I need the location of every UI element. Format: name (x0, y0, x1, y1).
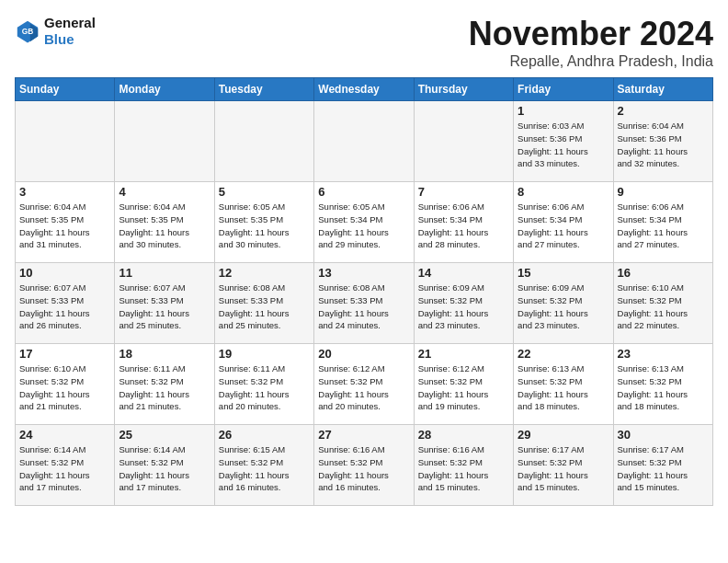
day-info: Sunrise: 6:05 AM Sunset: 5:35 PM Dayligh… (219, 201, 310, 251)
calendar-cell: 23Sunrise: 6:13 AM Sunset: 5:32 PM Dayli… (613, 344, 712, 425)
calendar-header-row: SundayMondayTuesdayWednesdayThursdayFrid… (16, 78, 713, 101)
calendar-cell: 5Sunrise: 6:05 AM Sunset: 5:35 PM Daylig… (214, 182, 313, 263)
day-info: Sunrise: 6:09 AM Sunset: 5:32 PM Dayligh… (518, 282, 609, 332)
calendar-cell: 22Sunrise: 6:13 AM Sunset: 5:32 PM Dayli… (514, 344, 613, 425)
calendar-cell: 25Sunrise: 6:14 AM Sunset: 5:32 PM Dayli… (115, 425, 214, 506)
calendar-cell (16, 101, 115, 182)
calendar-cell (214, 101, 313, 182)
calendar-cell: 10Sunrise: 6:07 AM Sunset: 5:33 PM Dayli… (16, 263, 115, 344)
day-number: 2 (618, 104, 709, 118)
month-title: November 2024 (469, 15, 713, 53)
day-info: Sunrise: 6:04 AM Sunset: 5:36 PM Dayligh… (618, 120, 709, 170)
calendar-cell: 19Sunrise: 6:11 AM Sunset: 5:32 PM Dayli… (214, 344, 313, 425)
day-number: 14 (418, 266, 509, 280)
calendar-week-row: 24Sunrise: 6:14 AM Sunset: 5:32 PM Dayli… (16, 425, 713, 506)
day-number: 15 (518, 266, 609, 280)
day-number: 18 (119, 347, 210, 361)
day-info: Sunrise: 6:08 AM Sunset: 5:33 PM Dayligh… (219, 282, 310, 332)
calendar-cell: 8Sunrise: 6:06 AM Sunset: 5:34 PM Daylig… (514, 182, 613, 263)
day-info: Sunrise: 6:07 AM Sunset: 5:33 PM Dayligh… (119, 282, 210, 332)
day-number: 21 (418, 347, 509, 361)
day-info: Sunrise: 6:06 AM Sunset: 5:34 PM Dayligh… (618, 201, 709, 251)
weekday-header-tuesday: Tuesday (214, 78, 313, 101)
calendar-cell: 15Sunrise: 6:09 AM Sunset: 5:32 PM Dayli… (514, 263, 613, 344)
day-info: Sunrise: 6:13 AM Sunset: 5:32 PM Dayligh… (518, 362, 609, 413)
day-number: 25 (119, 428, 210, 442)
day-info: Sunrise: 6:12 AM Sunset: 5:32 PM Dayligh… (318, 362, 409, 413)
day-info: Sunrise: 6:12 AM Sunset: 5:32 PM Dayligh… (418, 362, 509, 413)
day-info: Sunrise: 6:17 AM Sunset: 5:32 PM Dayligh… (518, 443, 609, 494)
calendar-cell: 13Sunrise: 6:08 AM Sunset: 5:33 PM Dayli… (314, 263, 414, 344)
calendar-cell: 4Sunrise: 6:04 AM Sunset: 5:35 PM Daylig… (115, 182, 214, 263)
weekday-header-monday: Monday (115, 78, 214, 101)
day-number: 12 (219, 266, 310, 280)
logo-line2: Blue (44, 31, 96, 48)
day-number: 17 (19, 347, 110, 361)
day-number: 20 (318, 347, 409, 361)
calendar-cell: 28Sunrise: 6:16 AM Sunset: 5:32 PM Dayli… (414, 425, 513, 506)
day-info: Sunrise: 6:04 AM Sunset: 5:35 PM Dayligh… (119, 201, 210, 251)
weekday-header-saturday: Saturday (613, 78, 712, 101)
weekday-header-sunday: Sunday (16, 78, 115, 101)
calendar-cell: 20Sunrise: 6:12 AM Sunset: 5:32 PM Dayli… (314, 344, 414, 425)
day-info: Sunrise: 6:14 AM Sunset: 5:32 PM Dayligh… (19, 443, 110, 494)
calendar-cell: 1Sunrise: 6:03 AM Sunset: 5:36 PM Daylig… (514, 101, 613, 182)
calendar-cell (314, 101, 414, 182)
calendar-cell: 29Sunrise: 6:17 AM Sunset: 5:32 PM Dayli… (514, 425, 613, 506)
weekday-header-wednesday: Wednesday (314, 78, 414, 101)
day-info: Sunrise: 6:09 AM Sunset: 5:32 PM Dayligh… (418, 282, 509, 332)
title-area: November 2024 Repalle, Andhra Pradesh, I… (469, 15, 713, 70)
day-number: 13 (318, 266, 409, 280)
day-info: Sunrise: 6:16 AM Sunset: 5:32 PM Dayligh… (318, 443, 409, 494)
logo-icon: GB (15, 18, 40, 44)
calendar-cell: 11Sunrise: 6:07 AM Sunset: 5:33 PM Dayli… (115, 263, 214, 344)
calendar-cell: 14Sunrise: 6:09 AM Sunset: 5:32 PM Dayli… (414, 263, 513, 344)
calendar-cell: 16Sunrise: 6:10 AM Sunset: 5:32 PM Dayli… (613, 263, 712, 344)
day-info: Sunrise: 6:17 AM Sunset: 5:32 PM Dayligh… (618, 443, 709, 494)
weekday-header-friday: Friday (514, 78, 613, 101)
calendar-cell: 24Sunrise: 6:14 AM Sunset: 5:32 PM Dayli… (16, 425, 115, 506)
calendar-cell: 9Sunrise: 6:06 AM Sunset: 5:34 PM Daylig… (613, 182, 712, 263)
logo-line1: General (44, 15, 96, 31)
calendar-body: 1Sunrise: 6:03 AM Sunset: 5:36 PM Daylig… (16, 101, 713, 506)
calendar-week-row: 3Sunrise: 6:04 AM Sunset: 5:35 PM Daylig… (16, 182, 713, 263)
calendar-cell: 27Sunrise: 6:16 AM Sunset: 5:32 PM Dayli… (314, 425, 414, 506)
calendar-week-row: 10Sunrise: 6:07 AM Sunset: 5:33 PM Dayli… (16, 263, 713, 344)
calendar-cell: 12Sunrise: 6:08 AM Sunset: 5:33 PM Dayli… (214, 263, 313, 344)
day-info: Sunrise: 6:04 AM Sunset: 5:35 PM Dayligh… (19, 201, 110, 251)
calendar-cell (115, 101, 214, 182)
day-number: 10 (19, 266, 110, 280)
calendar-cell: 26Sunrise: 6:15 AM Sunset: 5:32 PM Dayli… (214, 425, 313, 506)
day-info: Sunrise: 6:16 AM Sunset: 5:32 PM Dayligh… (418, 443, 509, 494)
day-number: 24 (19, 428, 110, 442)
day-number: 11 (119, 266, 210, 280)
day-info: Sunrise: 6:06 AM Sunset: 5:34 PM Dayligh… (518, 201, 609, 251)
day-number: 19 (219, 347, 310, 361)
day-info: Sunrise: 6:11 AM Sunset: 5:32 PM Dayligh… (219, 362, 310, 413)
day-number: 30 (618, 428, 709, 442)
day-info: Sunrise: 6:10 AM Sunset: 5:32 PM Dayligh… (19, 362, 110, 413)
day-info: Sunrise: 6:03 AM Sunset: 5:36 PM Dayligh… (518, 120, 609, 170)
calendar-cell: 3Sunrise: 6:04 AM Sunset: 5:35 PM Daylig… (16, 182, 115, 263)
day-number: 3 (19, 185, 110, 199)
calendar-week-row: 1Sunrise: 6:03 AM Sunset: 5:36 PM Daylig… (16, 101, 713, 182)
calendar-cell: 21Sunrise: 6:12 AM Sunset: 5:32 PM Dayli… (414, 344, 513, 425)
day-number: 1 (518, 104, 609, 118)
calendar-cell (414, 101, 513, 182)
day-info: Sunrise: 6:10 AM Sunset: 5:32 PM Dayligh… (618, 282, 709, 332)
logo: GB General Blue (15, 15, 96, 48)
header: GB General Blue November 2024 Repalle, A… (15, 15, 713, 70)
day-number: 6 (318, 185, 409, 199)
day-info: Sunrise: 6:05 AM Sunset: 5:34 PM Dayligh… (318, 201, 409, 251)
day-number: 9 (618, 185, 709, 199)
svg-text:GB: GB (22, 27, 34, 36)
day-number: 28 (418, 428, 509, 442)
day-number: 5 (219, 185, 310, 199)
calendar-table: SundayMondayTuesdayWednesdayThursdayFrid… (15, 77, 713, 506)
day-info: Sunrise: 6:07 AM Sunset: 5:33 PM Dayligh… (19, 282, 110, 332)
weekday-header-thursday: Thursday (414, 78, 513, 101)
calendar-cell: 17Sunrise: 6:10 AM Sunset: 5:32 PM Dayli… (16, 344, 115, 425)
calendar-cell: 18Sunrise: 6:11 AM Sunset: 5:32 PM Dayli… (115, 344, 214, 425)
calendar-cell: 2Sunrise: 6:04 AM Sunset: 5:36 PM Daylig… (613, 101, 712, 182)
day-number: 26 (219, 428, 310, 442)
